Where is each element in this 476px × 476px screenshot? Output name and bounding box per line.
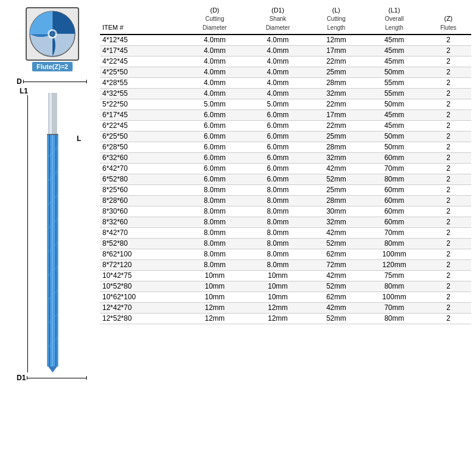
cell-shank-diameter: 10mm [246, 292, 309, 302]
table-row: 8*42*708.0mm8.0mm42mm70mm2 [100, 227, 471, 238]
left-panel: Flute(Z)=2 D L1 [5, 5, 100, 471]
table-row: 8*72*1208.0mm8.0mm72mm120mm2 [100, 259, 471, 270]
cell-shank-diameter: 6.0mm [246, 174, 309, 184]
table-row: 12*52*8012mm12mm52mm80mm2 [100, 313, 471, 324]
table-row: 8*52*808.0mm8.0mm52mm80mm2 [100, 238, 471, 249]
cell-cutting-diameter: 8.0mm [183, 249, 246, 259]
cell-shank-diameter: 4.0mm [246, 56, 309, 67]
cell-item: 4*22*45 [100, 56, 183, 67]
d1-label: D1 [17, 374, 26, 382]
table-row: 4*12*454.0mm4.0mm12mm45mm2 [100, 35, 471, 46]
cell-flutes: 2 [425, 249, 471, 259]
cell-item: 6*52*80 [100, 174, 183, 184]
cell-cutting-length: 22mm [309, 99, 363, 109]
cell-item: 5*22*50 [100, 99, 183, 109]
cell-item: 8*32*60 [100, 217, 183, 227]
cell-cutting-length: 17mm [309, 45, 363, 56]
cell-flutes: 2 [425, 35, 471, 46]
cell-overall-length: 45mm [363, 109, 425, 120]
cell-shank-diameter: 8.0mm [246, 195, 309, 206]
cell-cutting-length: 42mm [309, 302, 363, 313]
cell-item: 12*52*80 [100, 313, 183, 324]
cell-overall-length: 100mm [363, 249, 425, 259]
cell-flutes: 2 [425, 88, 471, 99]
cell-flutes: 2 [425, 206, 471, 217]
flute-badge: Flute(Z)=2 [32, 62, 73, 71]
cell-cutting-length: 72mm [309, 259, 363, 270]
cell-cutting-diameter: 6.0mm [183, 163, 246, 174]
cell-flutes: 2 [425, 238, 471, 249]
cell-overall-length: 80mm [363, 238, 425, 249]
table-row: 6*52*806.0mm6.0mm52mm80mm2 [100, 174, 471, 184]
cell-shank-diameter: 4.0mm [246, 77, 309, 88]
cell-flutes: 2 [425, 45, 471, 56]
cell-overall-length: 80mm [363, 281, 425, 292]
cell-overall-length: 80mm [363, 174, 425, 184]
cell-shank-diameter: 4.0mm [246, 45, 309, 56]
cell-shank-diameter: 6.0mm [246, 163, 309, 174]
cell-overall-length: 50mm [363, 99, 425, 109]
table-row: 10*52*8010mm10mm52mm80mm2 [100, 281, 471, 292]
cell-overall-length: 50mm [363, 142, 425, 152]
table-row: 6*22*456.0mm6.0mm22mm45mm2 [100, 120, 471, 131]
cell-item: 8*25*60 [100, 184, 183, 195]
cell-flutes: 2 [425, 67, 471, 77]
cell-overall-length: 55mm [363, 88, 425, 99]
cell-cutting-length: 52mm [309, 238, 363, 249]
cell-overall-length: 70mm [363, 227, 425, 238]
table-row: 6*17*456.0mm6.0mm17mm45mm2 [100, 109, 471, 120]
cell-item: 8*52*80 [100, 238, 183, 249]
cell-flutes: 2 [425, 131, 471, 142]
table-row: 5*22*505.0mm5.0mm22mm50mm2 [100, 99, 471, 109]
table-row: 8*25*608.0mm8.0mm25mm60mm2 [100, 184, 471, 195]
cell-shank-diameter: 12mm [246, 313, 309, 324]
d-dimension-row: D [17, 77, 88, 86]
cell-cutting-diameter: 4.0mm [183, 56, 246, 67]
table-row: 4*32*554.0mm4.0mm32mm55mm2 [100, 88, 471, 99]
cell-item: 6*28*50 [100, 142, 183, 152]
cell-flutes: 2 [425, 142, 471, 152]
cell-flutes: 2 [425, 174, 471, 184]
table-row: 6*25*506.0mm6.0mm25mm50mm2 [100, 131, 471, 142]
cell-overall-length: 100mm [363, 292, 425, 302]
table-row: 8*30*608.0mm8.0mm30mm60mm2 [100, 206, 471, 217]
cell-overall-length: 120mm [363, 259, 425, 270]
cell-flutes: 2 [425, 163, 471, 174]
cell-shank-diameter: 4.0mm [246, 88, 309, 99]
cell-flutes: 2 [425, 259, 471, 270]
cell-shank-diameter: 6.0mm [246, 120, 309, 131]
cell-overall-length: 75mm [363, 270, 425, 281]
cell-item: 6*42*70 [100, 163, 183, 174]
cell-item: 6*25*50 [100, 131, 183, 142]
th-cutting-diameter: (D)CuttingDiameter [183, 5, 246, 35]
cell-flutes: 2 [425, 270, 471, 281]
cell-cutting-length: 42mm [309, 227, 363, 238]
cell-cutting-length: 12mm [309, 35, 363, 46]
cell-shank-diameter: 8.0mm [246, 184, 309, 195]
cell-shank-diameter: 10mm [246, 281, 309, 292]
cell-overall-length: 45mm [363, 35, 425, 46]
table-row: 4*28*554.0mm4.0mm28mm55mm2 [100, 77, 471, 88]
cell-overall-length: 60mm [363, 184, 425, 195]
cell-cutting-length: 25mm [309, 184, 363, 195]
cell-shank-diameter: 12mm [246, 302, 309, 313]
drill-diagram: D L1 [17, 77, 88, 382]
cell-shank-diameter: 6.0mm [246, 142, 309, 152]
cell-item: 6*32*60 [100, 152, 183, 163]
cell-overall-length: 45mm [363, 120, 425, 131]
cell-cutting-diameter: 10mm [183, 281, 246, 292]
cell-cutting-length: 52mm [309, 281, 363, 292]
cell-cutting-length: 32mm [309, 217, 363, 227]
cell-flutes: 2 [425, 120, 471, 131]
cell-shank-diameter: 6.0mm [246, 131, 309, 142]
cell-overall-length: 50mm [363, 131, 425, 142]
cell-cutting-diameter: 8.0mm [183, 184, 246, 195]
cell-flutes: 2 [425, 77, 471, 88]
d-label: D [17, 77, 22, 86]
drill-svg-area [30, 87, 75, 372]
th-cutting-length: (L)CuttingLength [309, 5, 363, 35]
logo-icon [29, 10, 76, 58]
th-shank-diameter: (D1)ShankDiameter [246, 5, 309, 35]
cell-cutting-diameter: 6.0mm [183, 174, 246, 184]
cell-shank-diameter: 5.0mm [246, 99, 309, 109]
